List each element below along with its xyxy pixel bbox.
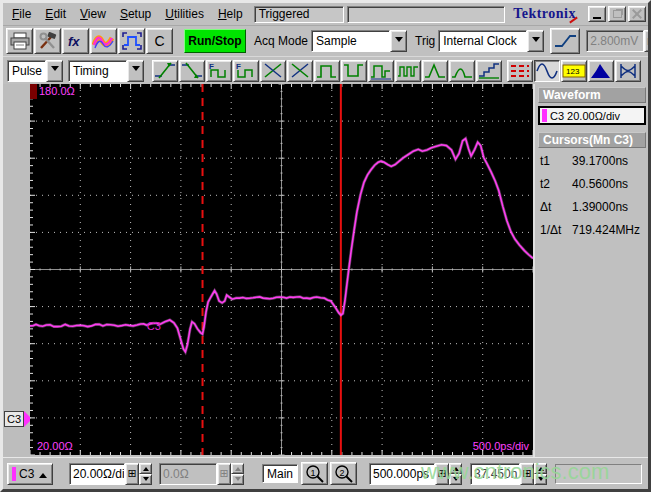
menu-item-help[interactable]: Help bbox=[211, 5, 250, 23]
left-margin: C3 bbox=[3, 84, 30, 457]
tektronix-logo-text: Tektronix bbox=[513, 6, 576, 21]
histogram-button[interactable] bbox=[588, 60, 614, 82]
trig-level-value: 2.800mV bbox=[590, 34, 638, 48]
trig-source-value: Internal Clock bbox=[438, 30, 527, 52]
trig-level-control: 2.800mV ⊞ bbox=[586, 30, 651, 52]
fall-cross-button[interactable] bbox=[287, 60, 313, 82]
print-icon bbox=[8, 31, 32, 51]
tools-button[interactable] bbox=[34, 28, 61, 54]
spin-up-button[interactable] bbox=[231, 463, 244, 474]
spin-up-icon bbox=[453, 464, 459, 471]
waveform-list-item[interactable]: C3 20.00Ω/div bbox=[538, 106, 646, 125]
keypad-button[interactable]: ⊞ bbox=[125, 463, 139, 485]
position-spinner bbox=[534, 463, 547, 485]
c-button-label: C bbox=[154, 33, 164, 49]
readout-row-t2: t240.5600ns bbox=[538, 177, 646, 200]
waveform-display[interactable]: C3180.0Ω20.00Ω500.0ps/div bbox=[30, 84, 533, 455]
keypad-icon: ⊞ bbox=[219, 467, 228, 480]
trig-level-field[interactable]: 2.800mV bbox=[586, 30, 644, 52]
waveform-color-button[interactable] bbox=[90, 28, 117, 54]
readout-label: t2 bbox=[538, 177, 572, 191]
measurement-toolbar: Pulse Timing FF 123 bbox=[3, 56, 648, 84]
menu-items: FileEditViewSetupUtilitiesHelp bbox=[5, 5, 250, 23]
cursors-button[interactable] bbox=[507, 60, 533, 82]
keypad-button[interactable]: ⊞ bbox=[435, 463, 449, 485]
pulse-dropdown-button[interactable] bbox=[46, 60, 63, 82]
neg-pulse-button[interactable] bbox=[341, 60, 367, 82]
zoom2-button[interactable]: 2 bbox=[330, 462, 357, 485]
eye-diagram-button[interactable] bbox=[615, 60, 641, 82]
rise-edge-button[interactable] bbox=[152, 60, 178, 82]
sine-waveform-button[interactable] bbox=[534, 60, 560, 82]
offset-value: 0.0Ω bbox=[163, 467, 189, 481]
trig-source-dropdown-button[interactable] bbox=[527, 30, 544, 52]
pos-pulse-icon bbox=[315, 61, 339, 80]
rise-cross-button[interactable] bbox=[260, 60, 286, 82]
keypad-button[interactable]: ⊞ bbox=[520, 463, 534, 485]
measurement-123-button[interactable]: 123 bbox=[561, 60, 587, 82]
chevron-down-icon bbox=[532, 37, 540, 46]
keypad-button[interactable]: ⊞ bbox=[217, 463, 231, 485]
stair-step-button[interactable] bbox=[476, 60, 502, 82]
round-peak-button[interactable] bbox=[449, 60, 475, 82]
main-area: C3 C3180.0Ω20.00Ω500.0ps/div Waveform C3… bbox=[3, 84, 648, 457]
restore-button[interactable] bbox=[608, 6, 626, 22]
cursors-icon bbox=[508, 61, 532, 80]
pulse-step-button[interactable] bbox=[368, 60, 394, 82]
offset-field[interactable]: 0.0Ω bbox=[159, 463, 217, 485]
menu-item-edit[interactable]: Edit bbox=[38, 5, 73, 23]
fx-button[interactable]: fx bbox=[62, 28, 89, 54]
minimize-button[interactable] bbox=[588, 6, 606, 22]
c-button[interactable]: C bbox=[146, 28, 173, 54]
menu-item-setup[interactable]: Setup bbox=[113, 5, 158, 23]
spin-down-button[interactable] bbox=[139, 474, 152, 485]
timing-select[interactable]: Timing bbox=[68, 60, 144, 82]
pos-pulse-button[interactable] bbox=[314, 60, 340, 82]
minimize-icon bbox=[593, 17, 601, 19]
position-field[interactable]: 37.450n bbox=[470, 463, 520, 485]
timing-dropdown-button[interactable] bbox=[127, 60, 144, 82]
vertical-scale-spinner bbox=[139, 463, 152, 485]
run-stop-button[interactable]: Run/Stop bbox=[184, 29, 246, 53]
channel-marker[interactable]: C3 bbox=[4, 410, 30, 428]
print-button[interactable] bbox=[6, 28, 33, 54]
spin-up-button[interactable] bbox=[139, 463, 152, 474]
keypad-icon: ⊞ bbox=[647, 35, 651, 48]
acq-mode-dropdown-button[interactable] bbox=[390, 30, 407, 52]
spin-down-button[interactable] bbox=[534, 474, 547, 485]
menu-item-utilities[interactable]: Utilities bbox=[158, 5, 211, 23]
readout-label: t1 bbox=[538, 154, 572, 168]
keypad-button[interactable]: ⊞ bbox=[644, 30, 651, 52]
acq-mode-select[interactable]: Sample bbox=[311, 30, 407, 52]
trig-slope-button[interactable] bbox=[550, 28, 580, 54]
spin-up-button[interactable] bbox=[449, 463, 462, 474]
pulse-select[interactable]: Pulse bbox=[7, 60, 63, 82]
app-window: FileEditViewSetupUtilitiesHelp Triggered… bbox=[0, 0, 651, 492]
menu-item-view[interactable]: View bbox=[73, 5, 113, 23]
pulse-bracket-button[interactable] bbox=[118, 28, 145, 54]
pulse-train-button[interactable] bbox=[395, 60, 421, 82]
round-peak-icon bbox=[450, 61, 474, 80]
keypad-icon: ⊞ bbox=[127, 467, 136, 480]
pos-peak-button[interactable] bbox=[422, 60, 448, 82]
trig-source-select[interactable]: Internal Clock bbox=[438, 30, 544, 52]
svg-text:2: 2 bbox=[339, 467, 344, 477]
close-button[interactable] bbox=[628, 6, 646, 22]
main-timebase-label: Main bbox=[262, 464, 298, 483]
zoom1-button[interactable]: 1 bbox=[301, 462, 328, 485]
menu-item-file[interactable]: File bbox=[5, 5, 38, 23]
vertical-scale-field[interactable]: 20.00Ω/di bbox=[69, 463, 125, 485]
timebase-field[interactable]: 500.000ps bbox=[369, 463, 435, 485]
stair-step-icon bbox=[477, 61, 501, 80]
window-buttons bbox=[588, 6, 646, 22]
pos-width-button[interactable]: F bbox=[206, 60, 232, 82]
channel-select-button[interactable]: C3 bbox=[7, 463, 53, 485]
readout-row-1-Δt: 1/Δt719.424MHz bbox=[538, 223, 646, 246]
neg-width-button[interactable]: F bbox=[233, 60, 259, 82]
fall-edge-button[interactable] bbox=[179, 60, 205, 82]
spin-down-button[interactable] bbox=[231, 474, 244, 485]
keypad-icon: ⊞ bbox=[522, 467, 531, 480]
spin-down-button[interactable] bbox=[449, 474, 462, 485]
measurement-buttons: FF bbox=[152, 60, 503, 82]
spin-up-button[interactable] bbox=[534, 463, 547, 474]
